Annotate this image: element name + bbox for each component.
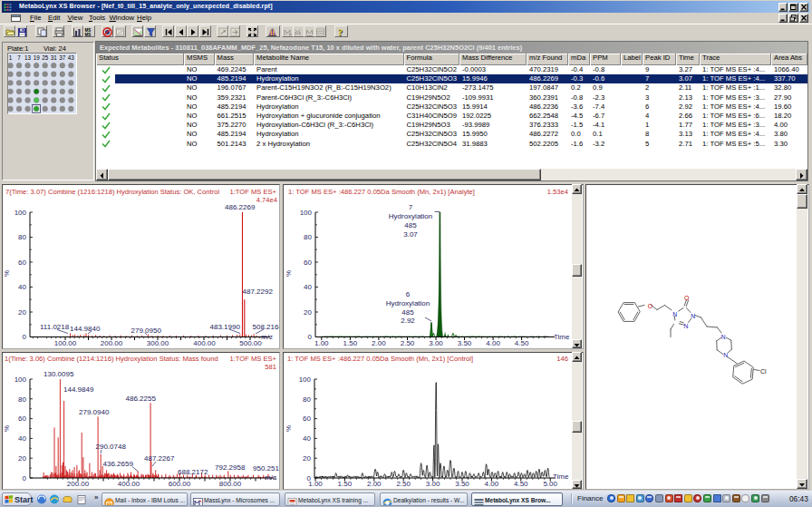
svg-text:1: 1 [9, 54, 13, 61]
svg-text:19: 19 [34, 54, 41, 61]
svg-text:N: N [672, 311, 677, 317]
svg-text:43: 43 [68, 54, 75, 61]
svg-text:Cl: Cl [760, 368, 767, 375]
svg-text:N: N [691, 313, 695, 319]
svg-text:?: ? [338, 27, 343, 37]
svg-text:37: 37 [59, 54, 66, 61]
svg-text:O: O [684, 295, 689, 301]
svg-text:31: 31 [51, 54, 58, 61]
svg-text:N: N [723, 352, 728, 358]
svg-text:N: N [721, 334, 726, 340]
svg-text:7: 7 [17, 54, 21, 61]
svg-text:25: 25 [42, 54, 49, 61]
svg-text:MS: MS [85, 33, 92, 37]
svg-text:13: 13 [24, 54, 32, 61]
svg-text:O: O [648, 303, 652, 309]
svg-text:N: N [684, 323, 689, 329]
